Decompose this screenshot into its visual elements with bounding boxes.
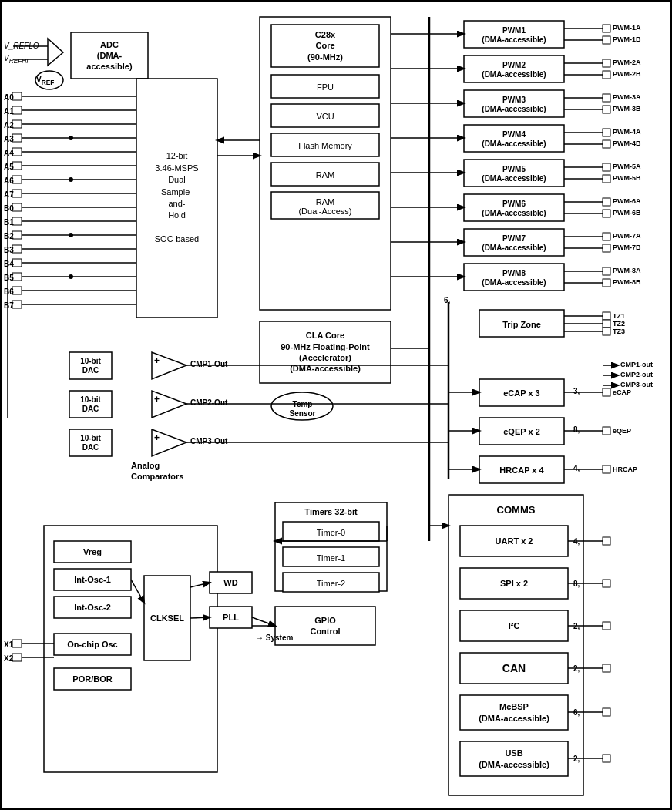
pwm4a-pin: PWM-4A xyxy=(613,128,641,136)
vreg-label: Vreg xyxy=(55,543,129,561)
pwm2a-pin: PWM-2A xyxy=(613,59,641,66)
hrcap-count: 4, xyxy=(573,464,580,472)
svg-rect-96 xyxy=(603,312,610,320)
b7-label: B7 xyxy=(4,301,14,310)
svg-rect-94 xyxy=(603,279,610,287)
tz-count: 6, xyxy=(444,296,450,304)
hrcap-block-label: HRCAP x 4 xyxy=(481,458,563,482)
pwm6a-pin: PWM-6A xyxy=(613,197,641,205)
i2c-label: I²C xyxy=(462,612,566,640)
timers-label: Timers 32-bit xyxy=(277,504,385,519)
svg-rect-151 xyxy=(603,537,610,545)
pwm3-label: PWM3(DMA-accessible) xyxy=(465,92,563,117)
b3-label: B3 xyxy=(4,246,14,254)
cmp1-out-label: CMP1-Out xyxy=(190,360,227,368)
comms-label: COMMS xyxy=(450,496,582,523)
trip-zone-label: Trip Zone xyxy=(481,311,563,337)
svg-rect-153 xyxy=(603,580,610,587)
x2-label: X2 xyxy=(4,654,13,663)
svg-rect-64 xyxy=(603,25,610,32)
cmp3-out-pin: CMP3-out xyxy=(620,381,653,388)
intosc1-label: Int-Osc-1 xyxy=(55,570,129,589)
svg-marker-2 xyxy=(48,39,63,66)
pwm3a-pin: PWM-3A xyxy=(613,93,641,101)
cmp1-out-pin: CMP1-out xyxy=(620,361,653,368)
pwm7a-pin: PWM-7A xyxy=(613,232,641,240)
b5-label: B5 xyxy=(4,274,14,282)
svg-rect-68 xyxy=(603,59,610,67)
pwm6b-pin: PWM-6B xyxy=(613,209,641,217)
svg-rect-74 xyxy=(603,106,610,113)
hrcap-pin: HRCAP xyxy=(613,465,637,473)
c28x-core-label: C28xCore(90-MHz) xyxy=(273,26,378,66)
svg-rect-88 xyxy=(603,233,610,240)
svg-rect-161 xyxy=(603,755,610,762)
svg-rect-170 xyxy=(12,654,22,661)
svg-rect-159 xyxy=(603,708,610,716)
svg-text:+: + xyxy=(154,355,160,366)
svg-rect-131 xyxy=(603,388,610,396)
pwm7-label: PWM7(DMA-accessible) xyxy=(465,230,563,256)
svg-line-176 xyxy=(131,580,144,603)
pwm5a-pin: PWM-5A xyxy=(613,163,641,170)
pll-label: PLL xyxy=(211,608,250,627)
svg-point-29 xyxy=(69,233,73,237)
a6-label: A6 xyxy=(4,176,14,185)
svg-rect-168 xyxy=(12,640,22,647)
pwm5-label: PWM5(DMA-accessible) xyxy=(465,161,563,187)
ecap-count: 3, xyxy=(573,387,580,395)
svg-point-20 xyxy=(69,177,73,182)
pwm4-label: PWM4(DMA-accessible) xyxy=(465,126,563,152)
vrefhi-label: VREFHI xyxy=(4,54,29,65)
adc-spec-block: 12-bit3.46-MSPSDualSample-and-HoldSOC-ba… xyxy=(138,80,216,316)
pwm3b-pin: PWM-3B xyxy=(613,105,641,113)
cmp3-out-label: CMP3-Out xyxy=(190,437,227,445)
svg-rect-84 xyxy=(603,198,610,206)
vref-label: VREF xyxy=(36,76,54,86)
svg-line-177 xyxy=(190,583,210,587)
svg-line-178 xyxy=(190,617,210,618)
clksel-label: CLKSEL xyxy=(146,577,189,659)
pwm7b-pin: PWM-7B xyxy=(613,244,641,251)
intosc2-label: Int-Osc-2 xyxy=(55,598,129,617)
cmp2-out-pin: CMP2-out xyxy=(620,371,653,378)
pwm1-label: PWM1(DMA-accessible) xyxy=(465,22,563,48)
svg-rect-76 xyxy=(603,129,610,136)
pwm8b-pin: PWM-8B xyxy=(613,278,641,286)
svg-marker-116 xyxy=(152,429,186,456)
mcbsp-count: 6, xyxy=(573,708,580,717)
can-count: 2, xyxy=(573,664,580,673)
a2-label: A2 xyxy=(4,121,14,129)
i2c-count: 2, xyxy=(573,622,580,630)
svg-rect-157 xyxy=(603,664,610,672)
mcbsp-label: McBSP(DMA-accessible) xyxy=(462,697,566,728)
a4-label: A4 xyxy=(4,149,14,157)
block-diagram: + + + xyxy=(0,0,672,810)
svg-rect-90 xyxy=(603,244,610,252)
svg-rect-66 xyxy=(603,36,610,44)
wd-label: WD xyxy=(211,573,250,592)
onchip-label: On-chip Osc xyxy=(55,635,129,654)
a7-label: A7 xyxy=(4,190,14,199)
svg-point-36 xyxy=(69,274,73,279)
cmp2-out-label: CMP2-Out xyxy=(190,398,227,407)
pwm8-label: PWM8(DMA-accessible) xyxy=(465,265,563,291)
porbor-label: POR/BOR xyxy=(55,670,129,688)
spi-label: SPI x 2 xyxy=(462,570,566,597)
b4-label: B4 xyxy=(4,260,14,268)
ram-dual-label: RAM(Dual-Access) xyxy=(273,193,378,219)
svg-rect-86 xyxy=(603,210,610,217)
timer2-label: Timer-2 xyxy=(284,574,378,592)
flash-label: Flash Memory xyxy=(273,135,378,156)
svg-rect-133 xyxy=(603,427,610,435)
b6-label: B6 xyxy=(4,287,14,296)
dac2-label: 10-bitDAC xyxy=(71,392,110,416)
vreflo-label: V_REFLO xyxy=(4,42,39,50)
eqep-block-label: eQEP x 2 xyxy=(481,419,563,443)
pwm4b-pin: PWM-4B xyxy=(613,139,641,147)
svg-text:+: + xyxy=(154,394,160,405)
pwm1b-pin: PWM-1B xyxy=(613,35,641,43)
svg-line-179 xyxy=(252,617,275,626)
svg-marker-115 xyxy=(152,391,186,418)
svg-rect-100 xyxy=(603,328,610,335)
